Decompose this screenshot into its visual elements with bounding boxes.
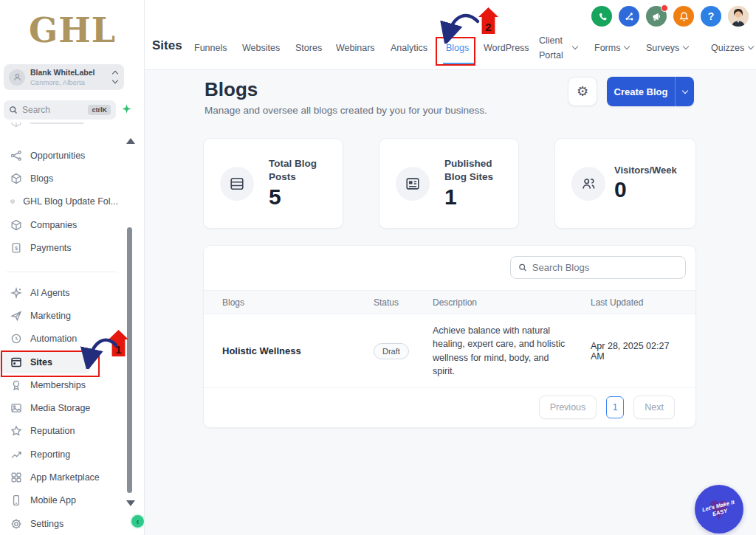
ghl-logo: GHL	[0, 9, 145, 53]
gear-icon: ⚙	[577, 83, 588, 100]
page-subtitle: Manage and oversee all blogs created by …	[205, 105, 487, 116]
trend-up-icon	[10, 449, 22, 460]
sidebar-item-sites[interactable]: Sites	[0, 351, 90, 373]
stat-card-visitors-week: Visitors/Week 0	[554, 138, 696, 229]
tab-quizzes[interactable]: Quizzes	[711, 43, 753, 53]
search-blogs-input[interactable]	[532, 262, 678, 273]
search-blogs-field[interactable]	[510, 256, 686, 279]
connections-icon[interactable]	[619, 6, 639, 27]
sidebar-item-memberships[interactable]: Memberships	[0, 373, 118, 396]
stat-card-published-blog-sites: Published Blog Sites 1	[379, 138, 519, 229]
sidebar-group-1: Opportunities Blogs GHL Blog Update Fol.…	[0, 144, 118, 259]
cube-icon	[10, 122, 22, 128]
annotation-step-badge-2: 2	[478, 7, 498, 34]
sidebar-item-label: Reporting	[30, 449, 70, 460]
tab-blogs[interactable]: Blogs	[446, 43, 469, 53]
table-header: Blogs Status Description Last Updated	[204, 290, 695, 314]
table-row[interactable]: Holistic Wellness Draft Achieve balance …	[204, 314, 695, 388]
tab-websites[interactable]: Websites	[242, 43, 280, 53]
grid-icon	[10, 472, 22, 483]
notification-bell-icon[interactable]	[673, 6, 694, 27]
sidebar-item-payments[interactable]: $ Payments	[0, 236, 118, 259]
medal-icon	[10, 379, 22, 391]
sidebar-item-automation[interactable]: Automation	[0, 328, 118, 351]
sidebar-search-input[interactable]: Search ctrlK	[4, 100, 116, 120]
help-icon[interactable]: ?	[701, 6, 721, 27]
stat-label: Total Blog Posts	[269, 157, 335, 183]
active-tab-underline	[443, 63, 475, 65]
sidebar-item-partial[interactable]	[0, 122, 118, 136]
column-header-status: Status	[374, 297, 433, 308]
create-blog-button[interactable]: Create Blog	[607, 77, 694, 106]
user-avatar[interactable]	[728, 6, 749, 27]
sidebar-item-mobile-app[interactable]: Mobile App	[0, 489, 118, 512]
sidebar-item-label: Blogs	[30, 173, 53, 184]
blurred-label-placeholder	[30, 122, 84, 124]
sidebar: GHL Blank WhiteLabel Canmore, Alberta Se…	[0, 0, 145, 535]
browser-window-icon	[10, 356, 22, 368]
article-icon	[396, 167, 430, 201]
chevron-down-icon	[748, 44, 754, 49]
sidebar-item-opportunities[interactable]: Opportunities	[0, 144, 118, 167]
tab-analytics[interactable]: Analytics	[391, 43, 427, 53]
sidebar-item-label: Media Storage	[30, 403, 90, 413]
sidebar-item-companies[interactable]: Companies	[0, 213, 118, 236]
sidebar-item-reputation[interactable]: Reputation	[0, 420, 118, 443]
nav-section-title: Sites	[152, 38, 182, 53]
paper-plane-icon	[10, 310, 22, 322]
clock-circle-icon	[10, 333, 22, 345]
stat-value: 5	[269, 184, 335, 210]
tab-surveys[interactable]: Surveys	[646, 43, 688, 53]
stat-value: 0	[614, 177, 677, 202]
sidebar-item-media-storage[interactable]: Media Storage	[0, 396, 118, 419]
chevron-down-icon	[624, 44, 630, 49]
sidebar-item-ghl-blog-update[interactable]: GHL Blog Update Fol...	[0, 190, 118, 213]
blog-settings-button[interactable]: ⚙	[568, 77, 597, 106]
sidebar-collapse-button[interactable]: ‹	[130, 514, 145, 529]
megaphone-icon[interactable]	[646, 6, 667, 27]
scroll-down-arrow[interactable]	[126, 500, 135, 506]
blog-name[interactable]: Holistic Wellness	[222, 345, 374, 356]
image-icon	[10, 402, 22, 414]
account-avatar-icon	[9, 69, 25, 86]
column-header-last-updated: Last Updated	[588, 297, 677, 308]
sidebar-item-app-marketplace[interactable]: App Marketplace	[0, 466, 118, 489]
sidebar-item-ai-agents[interactable]: AI Agents	[0, 281, 118, 304]
chevron-down-icon	[681, 87, 687, 93]
next-page-button[interactable]: Next	[633, 396, 675, 419]
tab-stores[interactable]: Stores	[295, 43, 322, 53]
sidebar-item-settings[interactable]: Settings	[0, 512, 118, 535]
sidebar-scrollbar[interactable]	[127, 227, 132, 493]
sidebar-item-label: Payments	[30, 243, 72, 253]
create-blog-dropdown[interactable]	[676, 77, 694, 106]
tab-webinars[interactable]: Webinars	[336, 43, 375, 53]
column-header-description: Description	[433, 297, 588, 308]
previous-page-button[interactable]: Previous	[539, 396, 597, 419]
sidebar-item-label: Companies	[30, 220, 77, 230]
lets-make-it-easy-watermark: ♥ Let's Make It EASY	[695, 485, 743, 534]
sidebar-divider	[6, 272, 117, 272]
pagination: Previous 1 Next	[539, 396, 675, 419]
chevron-down-icon	[572, 44, 578, 49]
sparkle-star-icon	[10, 287, 22, 299]
stat-label: Published Blog Sites	[444, 157, 511, 183]
column-header-blogs: Blogs	[222, 297, 374, 308]
page-number-button[interactable]: 1	[606, 396, 624, 418]
account-switcher[interactable]: Blank WhiteLabel Canmore, Alberta	[4, 64, 124, 90]
sidebar-item-label: Automation	[30, 334, 77, 344]
tab-client-portal[interactable]: Client Portal	[539, 33, 583, 63]
search-icon	[9, 106, 18, 114]
phone-icon[interactable]	[591, 6, 612, 27]
green-sparkle-icon[interactable]	[121, 103, 132, 114]
gear-icon	[10, 518, 22, 530]
sidebar-item-blogs[interactable]: Blogs	[0, 167, 118, 190]
sidebar-item-reporting[interactable]: Reporting	[0, 443, 118, 466]
tab-wordpress[interactable]: WordPress	[484, 43, 529, 53]
sidebar-item-label: Memberships	[30, 380, 86, 390]
tab-funnels[interactable]: Funnels	[194, 43, 227, 53]
cube-icon	[10, 196, 15, 207]
blog-last-updated: Apr 28, 2025 02:27 AM	[588, 341, 677, 362]
sidebar-item-marketing[interactable]: Marketing	[0, 304, 118, 327]
scroll-up-arrow[interactable]	[126, 138, 135, 144]
tab-forms[interactable]: Forms	[594, 43, 629, 53]
